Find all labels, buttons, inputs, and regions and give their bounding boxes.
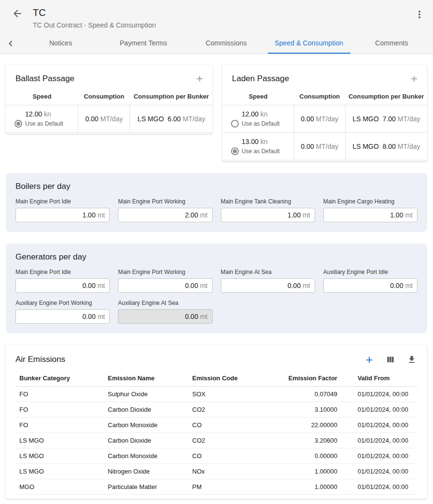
field-input-main-engine-tank-cleaning[interactable]: 1.00 mt <box>221 208 315 222</box>
emissions-row[interactable]: FOCarbon DioxideCO23.1000001/01/2024, 00… <box>15 402 418 418</box>
passage-column-header: Consumption per Bunker <box>345 88 427 105</box>
add-emission-plus-icon[interactable]: + <box>363 354 375 365</box>
emissions-cell: LS MGO <box>15 448 104 464</box>
passage-column-header: Speed <box>6 88 78 105</box>
consumption-value[interactable]: 0.00 MT/day <box>294 105 345 133</box>
radio-icon <box>14 120 22 128</box>
emissions-cell: LS MGO <box>15 464 104 479</box>
consumption-value[interactable]: 0.00 MT/day <box>294 133 345 160</box>
use-as-default-label: Use as Default <box>242 148 280 155</box>
section-title: Generators per day <box>15 252 418 262</box>
emissions-cell: NOx <box>188 464 273 479</box>
emissions-row[interactable]: FOSulphur OxideSOX0.0704901/01/2024, 00:… <box>15 387 418 402</box>
emissions-cell: Particulate Matter <box>104 479 188 495</box>
emissions-row[interactable]: FOCarbon MonoxideCO22.0000001/01/2024, 0… <box>15 418 418 433</box>
emissions-cell: 01/01/2024, 00:00 <box>341 448 418 464</box>
speed-value[interactable]: 13.00 kn <box>242 138 290 145</box>
field-label: Auxiliary Engine At Sea <box>118 300 212 306</box>
app-header: TC TC Out Contract - Speed & Consumption <box>0 0 433 33</box>
field-label: Main Engine Port Idle <box>15 269 110 275</box>
passage-row: 12.00 kn Use as Default 0.00 MT/day LS M… <box>6 105 213 133</box>
tab-speed-consumption[interactable]: Speed & Consumption <box>268 33 350 54</box>
field-input-main-engine-port-idle[interactable]: 1.00 mt <box>15 208 110 222</box>
field-label: Auxiliary Engine Port Working <box>15 300 110 306</box>
use-as-default-label: Use as Default <box>242 120 280 127</box>
emissions-cell: 1.00000 <box>273 464 341 479</box>
emissions-cell: 01/01/2024, 00:00 <box>341 479 418 495</box>
emissions-cell: Carbon Monoxide <box>104 418 188 433</box>
emissions-row[interactable]: LS MGONitrogen OxideNOx1.0000001/01/2024… <box>15 464 418 479</box>
radio-icon <box>231 147 239 155</box>
boilers-section: Boilers per day Main Engine Port Idle 1.… <box>6 173 427 232</box>
field-main-engine-tank-cleaning: Main Engine Tank Cleaning 1.00 mt <box>221 198 315 222</box>
kebab-menu-icon[interactable] <box>414 9 425 20</box>
field-input-main-engine-port-working[interactable]: 0.00 mt <box>118 278 212 293</box>
tab-payment-terms[interactable]: Payment Terms <box>102 33 185 54</box>
field-input-auxiliary-engine-at-sea: 0.00 mt <box>118 309 212 324</box>
plus-icon[interactable]: + <box>196 73 203 84</box>
field-main-engine-port-working: Main Engine Port Working 2.00 mt <box>118 198 212 222</box>
field-label: Main Engine Port Working <box>118 198 212 205</box>
field-auxiliary-engine-port-working: Auxiliary Engine Port Working 0.00 mt <box>15 300 110 324</box>
field-main-engine-port-idle: Main Engine Port Idle 0.00 mt <box>15 269 110 293</box>
emissions-cell: Nitrogen Oxide <box>104 464 188 479</box>
page-title: TC <box>33 7 156 18</box>
columns-icon[interactable] <box>385 354 396 365</box>
field-auxiliary-engine-port-idle: Auxiliary Engine Port Idle 0.00 mt <box>323 269 418 293</box>
passage-row: Ballast Passage + SpeedConsumptionConsum… <box>6 65 427 161</box>
field-input-main-engine-port-idle[interactable]: 0.00 mt <box>15 278 110 293</box>
emissions-cell: 3.10000 <box>273 402 341 418</box>
emissions-cell: FO <box>15 418 104 433</box>
passage-column-header: Consumption <box>78 88 130 105</box>
emissions-cell: LS MGO <box>15 433 104 448</box>
page-subtitle: TC Out Contract - Speed & Consumption <box>33 21 156 29</box>
back-arrow-icon[interactable] <box>12 8 23 19</box>
consumption-value[interactable]: 0.00 MT/day <box>78 105 130 133</box>
emissions-cell: 0.00000 <box>273 448 341 464</box>
field-main-engine-port-working: Main Engine Port Working 0.00 mt <box>118 269 212 293</box>
emissions-header-row: Bunker CategoryEmission NameEmission Cod… <box>15 370 418 387</box>
emissions-cell: 1.00000 <box>273 479 341 495</box>
use-as-default-label: Use as Default <box>25 120 63 127</box>
field-input-auxiliary-engine-port-idle[interactable]: 0.00 mt <box>323 278 418 293</box>
passage-title: Ballast Passage <box>15 74 74 84</box>
emissions-cell: 0.07049 <box>273 387 341 402</box>
field-input-main-engine-at-sea[interactable]: 0.00 mt <box>221 278 315 293</box>
laden-passage-card: Laden Passage + SpeedConsumptionConsumpt… <box>222 65 427 161</box>
tab-commissions[interactable]: Commissions <box>185 33 267 54</box>
field-input-main-engine-cargo-heating[interactable]: 1.00 mt <box>323 208 418 222</box>
emissions-row[interactable]: LS MGOCarbon MonoxideCO0.0000001/01/2024… <box>15 448 418 464</box>
tab-notices[interactable]: Notices <box>19 33 102 54</box>
tab-comments[interactable]: Comments <box>350 33 433 54</box>
emissions-cell: 01/01/2024, 00:00 <box>341 433 418 448</box>
ballast-passage-card: Ballast Passage + SpeedConsumptionConsum… <box>6 65 213 134</box>
emissions-table: Bunker CategoryEmission NameEmission Cod… <box>15 370 418 495</box>
emissions-column-header: Emission Factor <box>273 370 341 387</box>
emissions-cell: PM <box>188 479 273 495</box>
emissions-row[interactable]: LS MGOCarbon DioxideCO23.2060001/01/2024… <box>15 433 418 448</box>
bunker-consumption-value[interactable]: LS MGO 6.00 MT/day <box>130 105 213 133</box>
section-title: Boilers per day <box>15 182 418 191</box>
radio-icon <box>231 120 239 128</box>
field-main-engine-at-sea: Main Engine At Sea 0.00 mt <box>221 269 315 293</box>
field-input-auxiliary-engine-port-working[interactable]: 0.00 mt <box>15 309 110 324</box>
use-as-default-radio[interactable]: Use as Default <box>14 120 74 128</box>
speed-value[interactable]: 12.00 kn <box>25 110 74 118</box>
use-as-default-radio[interactable]: Use as Default <box>231 120 290 128</box>
passage-columns: SpeedConsumptionConsumption per Bunker <box>6 88 213 105</box>
passage-columns: SpeedConsumptionConsumption per Bunker <box>222 88 427 105</box>
chevron-left-icon[interactable] <box>0 33 19 54</box>
download-icon[interactable] <box>406 354 418 365</box>
use-as-default-radio[interactable]: Use as Default <box>231 147 290 155</box>
bunker-consumption-value[interactable]: LS MGO 8.00 MT/day <box>345 133 427 160</box>
bunker-consumption-value[interactable]: LS MGO 7.00 MT/day <box>345 105 427 133</box>
emissions-cell: 22.00000 <box>273 418 341 433</box>
emissions-column-header: Emission Code <box>188 370 273 387</box>
content: Ballast Passage + SpeedConsumptionConsum… <box>0 54 433 504</box>
emissions-row[interactable]: MGOParticulate MatterPM1.0000001/01/2024… <box>15 479 418 495</box>
speed-value[interactable]: 12.00 kn <box>242 110 290 118</box>
plus-icon[interactable]: + <box>411 73 418 84</box>
emissions-cell: CO2 <box>188 433 273 448</box>
emissions-cell: 3.20600 <box>273 433 341 448</box>
field-input-main-engine-port-working[interactable]: 2.00 mt <box>118 208 212 222</box>
